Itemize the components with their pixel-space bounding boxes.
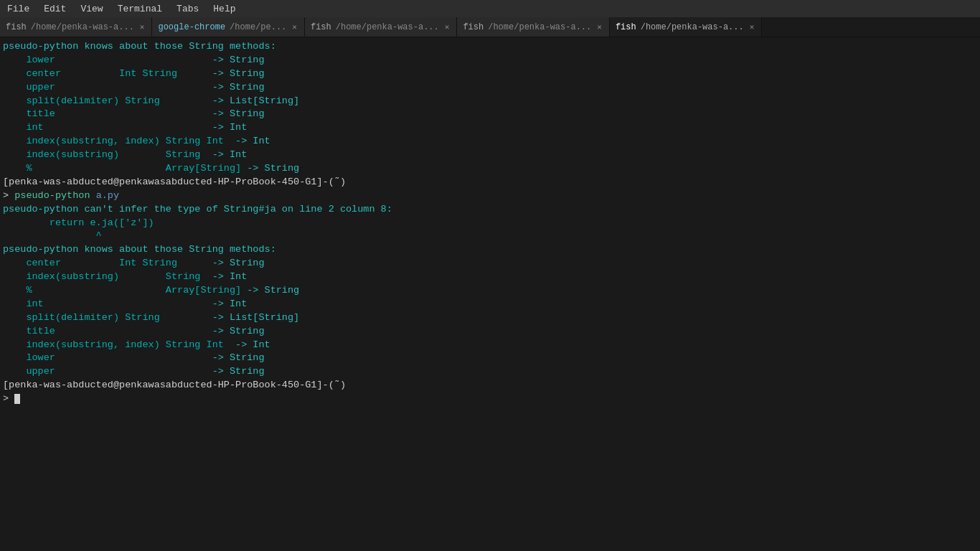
tab-1-label: fish [6, 22, 27, 32]
terminal-line: ^ [3, 230, 977, 243]
terminal-line: center Int String -> String [3, 257, 977, 270]
tab-5[interactable]: fish /home/penka-was-a... ✕ [610, 17, 762, 37]
terminal-line: title -> String [3, 108, 977, 121]
terminal-line: split(delimiter) String -> List[String] [3, 95, 977, 108]
terminal-line: lower -> String [3, 352, 977, 365]
tab-1[interactable]: fish /home/penka-was-a... ✕ [0, 17, 152, 37]
terminal-line: return e.ja(['z']) [3, 217, 977, 230]
terminal-line: index(substring) String -> Int [3, 270, 977, 284]
terminal-line: % Array[String] -> String [3, 162, 977, 176]
terminal-line: split(delimiter) String -> List[String] [3, 311, 977, 325]
tab-3-label: fish [311, 22, 331, 32]
terminal-line: % Array[String] -> String [3, 284, 977, 298]
tab-3-path: /home/penka-was-a... [336, 22, 439, 32]
prompt-line: [penka-was-abducted@penkawasabducted-HP-… [3, 176, 977, 189]
tab-2-path: /home/pe... [230, 22, 286, 32]
tab-2-close[interactable]: ✕ [291, 22, 298, 32]
terminal-line: index(substring, index) String Int -> In… [3, 339, 977, 352]
command-line: > pseudo-python a.py [3, 189, 977, 203]
tab-4-path: /home/penka-was-a... [488, 22, 591, 32]
terminal-line: pseudo-python can't infer the type of St… [3, 203, 977, 217]
menu-file[interactable]: File [3, 2, 34, 16]
terminal-line: upper -> String [3, 365, 977, 379]
tab-4[interactable]: fish /home/penka-was-a... ✕ [457, 17, 609, 37]
tab-1-close[interactable]: ✕ [138, 22, 146, 32]
tab-3[interactable]: fish /home/penka-was-a... ✕ [305, 17, 457, 37]
terminal-line: pseudo-python knows about those String m… [3, 40, 977, 54]
menu-terminal[interactable]: Terminal [113, 2, 166, 16]
final-prompt: > [3, 392, 977, 406]
terminal-area[interactable]: pseudo-python knows about those String m… [0, 37, 980, 551]
terminal-line: lower -> String [3, 54, 977, 67]
menu-edit[interactable]: Edit [39, 2, 70, 16]
menubar: File Edit View Terminal Tabs Help [0, 0, 980, 17]
terminal-line: int -> Int [3, 121, 977, 135]
terminal-line: center Int String -> String [3, 67, 977, 81]
menu-help[interactable]: Help [209, 2, 240, 16]
terminal-line: index(substring, index) String Int -> In… [3, 135, 977, 149]
menu-tabs[interactable]: Tabs [172, 2, 203, 16]
prompt-line-2: [penka-was-abducted@penkawasabducted-HP-… [3, 379, 977, 392]
tab-4-close[interactable]: ✕ [595, 22, 603, 32]
tab-1-path: /home/penka-was-a... [31, 22, 134, 32]
terminal-line: int -> Int [3, 298, 977, 311]
tab-4-label: fish [463, 22, 484, 32]
menu-view[interactable]: View [76, 2, 107, 16]
tab-5-path: /home/penka-was-a... [641, 22, 744, 32]
tabbar: fish /home/penka-was-a... ✕ google-chrom… [0, 17, 980, 37]
tab-5-label: fish [616, 22, 636, 32]
tab-2-label: google-chrome [158, 22, 225, 32]
tab-2[interactable]: google-chrome /home/pe... ✕ [152, 17, 304, 37]
terminal-line: title -> String [3, 325, 977, 339]
tab-5-close[interactable]: ✕ [748, 22, 756, 32]
tab-3-close[interactable]: ✕ [443, 22, 451, 32]
terminal-line: pseudo-python knows about those String m… [3, 243, 977, 257]
terminal-line: upper -> String [3, 81, 977, 95]
terminal-line: index(substring) String -> Int [3, 149, 977, 162]
